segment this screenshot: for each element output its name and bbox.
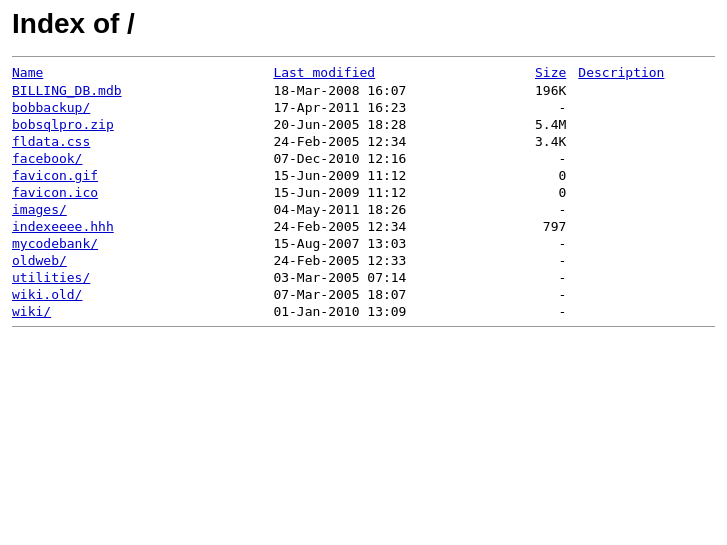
file-name-cell: images/ <box>12 201 273 218</box>
file-date-cell: 18-Mar-2008 16:07 <box>273 82 505 99</box>
file-date-cell: 01-Jan-2010 13:09 <box>273 303 505 320</box>
file-desc-cell <box>578 286 715 303</box>
file-name-cell: favicon.ico <box>12 184 273 201</box>
file-desc-cell <box>578 218 715 235</box>
table-row: images/04-May-2011 18:26- <box>12 201 715 218</box>
file-name-cell: facebook/ <box>12 150 273 167</box>
file-desc-cell <box>578 235 715 252</box>
col-header-name[interactable]: Name <box>12 63 273 82</box>
page-heading: Index of / <box>12 8 715 40</box>
file-link[interactable]: oldweb/ <box>12 253 67 268</box>
file-name-cell: oldweb/ <box>12 252 273 269</box>
file-desc-cell <box>578 150 715 167</box>
file-desc-cell <box>578 269 715 286</box>
table-row: indexeeee.hhh24-Feb-2005 12:34797 <box>12 218 715 235</box>
table-row: wiki.old/07-Mar-2005 18:07- <box>12 286 715 303</box>
file-name-cell: wiki.old/ <box>12 286 273 303</box>
sort-by-name-link[interactable]: Name <box>12 65 43 80</box>
file-date-cell: 24-Feb-2005 12:34 <box>273 133 505 150</box>
file-date-cell: 04-May-2011 18:26 <box>273 201 505 218</box>
file-size-cell: 0 <box>506 184 579 201</box>
file-desc-cell <box>578 116 715 133</box>
file-link[interactable]: utilities/ <box>12 270 90 285</box>
file-size-cell: - <box>506 99 579 116</box>
file-size-cell: 0 <box>506 167 579 184</box>
file-desc-cell <box>578 303 715 320</box>
file-name-cell: utilities/ <box>12 269 273 286</box>
file-name-cell: favicon.gif <box>12 167 273 184</box>
col-header-size[interactable]: Size <box>506 63 579 82</box>
file-link[interactable]: indexeeee.hhh <box>12 219 114 234</box>
sort-by-desc-link[interactable]: Description <box>578 65 664 80</box>
file-size-cell: - <box>506 269 579 286</box>
file-name-cell: fldata.css <box>12 133 273 150</box>
file-desc-cell <box>578 133 715 150</box>
file-size-cell: - <box>506 235 579 252</box>
table-row: mycodebank/15-Aug-2007 13:03- <box>12 235 715 252</box>
file-link[interactable]: favicon.gif <box>12 168 98 183</box>
table-row: facebook/07-Dec-2010 12:16- <box>12 150 715 167</box>
table-header-row: Name Last modified Size Description <box>12 63 715 82</box>
file-date-cell: 24-Feb-2005 12:34 <box>273 218 505 235</box>
file-desc-cell <box>578 99 715 116</box>
file-desc-cell <box>578 167 715 184</box>
file-date-cell: 15-Jun-2009 11:12 <box>273 184 505 201</box>
col-header-date[interactable]: Last modified <box>273 63 505 82</box>
table-row: fldata.css24-Feb-2005 12:343.4K <box>12 133 715 150</box>
file-size-cell: - <box>506 286 579 303</box>
file-size-cell: 196K <box>506 82 579 99</box>
file-link[interactable]: mycodebank/ <box>12 236 98 251</box>
file-date-cell: 07-Mar-2005 18:07 <box>273 286 505 303</box>
file-desc-cell <box>578 252 715 269</box>
file-size-cell: - <box>506 201 579 218</box>
col-header-description[interactable]: Description <box>578 63 715 82</box>
table-row: BILLING_DB.mdb18-Mar-2008 16:07196K <box>12 82 715 99</box>
file-name-cell: mycodebank/ <box>12 235 273 252</box>
file-size-cell: 3.4K <box>506 133 579 150</box>
file-link[interactable]: favicon.ico <box>12 185 98 200</box>
file-date-cell: 20-Jun-2005 18:28 <box>273 116 505 133</box>
table-row: bobsqlpro.zip20-Jun-2005 18:285.4M <box>12 116 715 133</box>
file-size-cell: - <box>506 150 579 167</box>
file-date-cell: 17-Apr-2011 16:23 <box>273 99 505 116</box>
file-link[interactable]: images/ <box>12 202 67 217</box>
table-row: favicon.ico15-Jun-2009 11:120 <box>12 184 715 201</box>
file-link[interactable]: bobsqlpro.zip <box>12 117 114 132</box>
file-desc-cell <box>578 82 715 99</box>
table-row: favicon.gif15-Jun-2009 11:120 <box>12 167 715 184</box>
top-divider <box>12 56 715 57</box>
file-date-cell: 15-Aug-2007 13:03 <box>273 235 505 252</box>
bottom-divider <box>12 326 715 327</box>
file-size-cell: 797 <box>506 218 579 235</box>
file-date-cell: 24-Feb-2005 12:33 <box>273 252 505 269</box>
file-name-cell: BILLING_DB.mdb <box>12 82 273 99</box>
table-row: wiki/01-Jan-2010 13:09- <box>12 303 715 320</box>
table-row: bobbackup/17-Apr-2011 16:23- <box>12 99 715 116</box>
file-date-cell: 15-Jun-2009 11:12 <box>273 167 505 184</box>
file-size-cell: 5.4M <box>506 116 579 133</box>
file-link[interactable]: fldata.css <box>12 134 90 149</box>
file-name-cell: indexeeee.hhh <box>12 218 273 235</box>
file-name-cell: bobbackup/ <box>12 99 273 116</box>
file-size-cell: - <box>506 252 579 269</box>
sort-by-date-link[interactable]: Last modified <box>273 65 375 80</box>
file-name-cell: wiki/ <box>12 303 273 320</box>
file-link[interactable]: BILLING_DB.mdb <box>12 83 122 98</box>
file-name-cell: bobsqlpro.zip <box>12 116 273 133</box>
file-listing-table: Name Last modified Size Description BILL… <box>12 63 715 320</box>
table-row: utilities/03-Mar-2005 07:14- <box>12 269 715 286</box>
file-date-cell: 07-Dec-2010 12:16 <box>273 150 505 167</box>
file-desc-cell <box>578 201 715 218</box>
file-desc-cell <box>578 184 715 201</box>
file-link[interactable]: bobbackup/ <box>12 100 90 115</box>
file-link[interactable]: wiki.old/ <box>12 287 82 302</box>
file-link[interactable]: wiki/ <box>12 304 51 319</box>
table-row: oldweb/24-Feb-2005 12:33- <box>12 252 715 269</box>
file-date-cell: 03-Mar-2005 07:14 <box>273 269 505 286</box>
file-link[interactable]: facebook/ <box>12 151 82 166</box>
sort-by-size-link[interactable]: Size <box>535 65 566 80</box>
file-size-cell: - <box>506 303 579 320</box>
